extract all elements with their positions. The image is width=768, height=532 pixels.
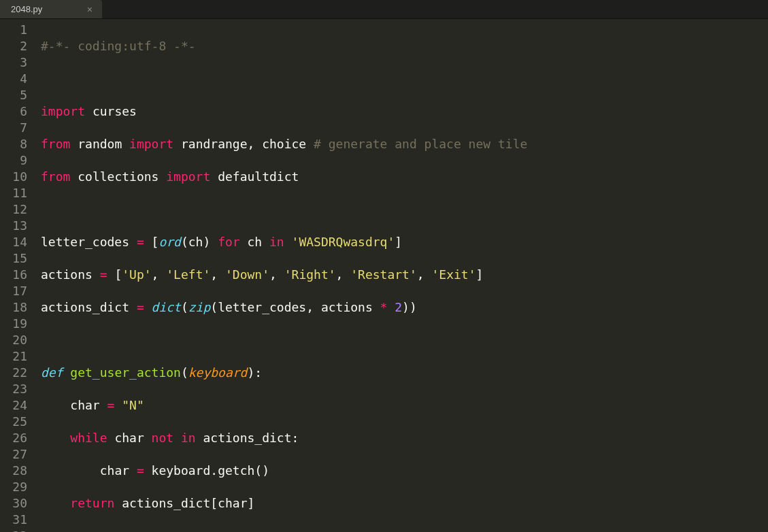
line-number: 1 (0, 22, 27, 38)
tab-filename: 2048.py (11, 1, 42, 18)
line-number: 12 (0, 201, 27, 218)
line-number: 16 (0, 267, 27, 283)
line-number: 3 (0, 54, 27, 71)
line-number: 32 (0, 528, 27, 532)
line-number: 19 (0, 316, 27, 332)
close-icon[interactable]: × (84, 1, 95, 18)
kw-def: def (41, 365, 63, 380)
line-number: 28 (0, 463, 27, 479)
line-number: 22 (0, 365, 27, 381)
code-area[interactable]: #-*- coding:utf-8 -*- import curses from… (38, 19, 768, 532)
line-number: 18 (0, 299, 27, 316)
line-number: 13 (0, 218, 27, 234)
line-number-gutter: 1234567891011121314151617181920212223242… (0, 19, 38, 532)
tab-2048py[interactable]: 2048.py × (0, 0, 102, 18)
line-number: 7 (0, 120, 27, 136)
line-number: 21 (0, 348, 27, 365)
line-number: 4 (0, 71, 27, 87)
line-number: 24 (0, 397, 27, 414)
line-number: 26 (0, 430, 27, 446)
line-number: 29 (0, 479, 27, 495)
fn-get_user_action: get_user_action (70, 365, 181, 380)
line-number: 23 (0, 381, 27, 397)
line-number: 20 (0, 332, 27, 348)
line-number: 27 (0, 446, 27, 463)
comment: # generate and place new tile (314, 137, 527, 151)
line-number: 30 (0, 495, 27, 512)
line-number: 5 (0, 87, 27, 103)
line-number: 17 (0, 283, 27, 299)
line-number: 15 (0, 250, 27, 267)
kw-import: import (41, 104, 85, 118)
line-number: 11 (0, 185, 27, 201)
editor: 1234567891011121314151617181920212223242… (0, 19, 768, 532)
line-number: 14 (0, 234, 27, 250)
line-number: 2 (0, 38, 27, 54)
line-number: 9 (0, 152, 27, 169)
line-number: 31 (0, 512, 27, 528)
line-number: 25 (0, 414, 27, 430)
comment: #-*- coding:utf-8 -*- (41, 39, 196, 53)
line-number: 10 (0, 169, 27, 185)
line-number: 6 (0, 103, 27, 120)
tab-bar: 2048.py × (0, 0, 768, 19)
line-number: 8 (0, 136, 27, 152)
